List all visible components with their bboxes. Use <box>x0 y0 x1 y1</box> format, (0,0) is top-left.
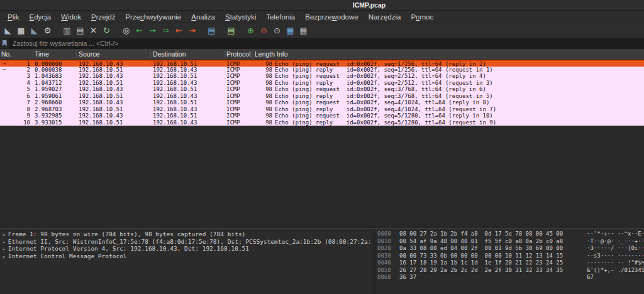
hex-ascii: ··'*·+·· ··^x··E· <box>587 231 644 238</box>
cell-no: 3 <box>9 73 30 80</box>
packet-row[interactable]: 82.968703192.168.10.51192.168.10.43ICMP9… <box>0 106 644 113</box>
cell-source: 192.168.10.51 <box>79 106 148 113</box>
menu-item-bezprzewodowe[interactable]: Bezprzewodowe <box>300 12 363 22</box>
packet-row[interactable]: 31.043683192.168.10.43192.168.10.51ICMP9… <box>0 73 644 80</box>
cell-info: Echo (ping) reply id=0x002f, seq=5/1280,… <box>275 119 644 126</box>
packet-detail-row[interactable]: ▸Internet Control Message Protocol <box>2 253 372 260</box>
hex-offset: 0030 <box>377 253 391 260</box>
column-header-info[interactable]: Info <box>277 50 288 59</box>
cell-protocol: ICMP <box>226 80 255 87</box>
restart-capture-icon: ◣ <box>31 26 38 35</box>
close-file-button[interactable]: ✕ <box>87 24 100 37</box>
cell-no: 7 <box>9 99 30 106</box>
menu-item-narzedzia[interactable]: Narzędzia <box>364 12 406 22</box>
packet-detail-row[interactable]: ▸Internet Protocol Version 4, Src: 192.1… <box>2 245 372 253</box>
cell-time: 1.959027 <box>35 86 74 93</box>
hex-bytes: 08 00 27 2a 1b 2b f4 a8 0d 17 5e 78 08 0… <box>399 231 567 238</box>
packet-row[interactable]: 61.959061192.168.10.51192.168.10.43ICMP9… <box>0 93 644 100</box>
hex-row[interactable]: 006036 3767 <box>377 274 644 281</box>
go-forward-button[interactable]: → <box>146 24 159 37</box>
find-packet-icon: ◎ <box>123 26 130 35</box>
auto-scroll-button[interactable]: ▤ <box>205 24 218 37</box>
menu-item-analiza[interactable]: Analiza <box>186 12 220 22</box>
find-packet-button[interactable]: ◎ <box>119 24 133 37</box>
hex-bytes: 00 54 af 9a 40 00 40 01 f5 5f c0 a8 0a 2… <box>399 238 567 246</box>
go-to-packet-button[interactable]: ⇒ <box>159 24 172 37</box>
column-header-destination[interactable]: Destination <box>153 50 186 59</box>
column-resize-handle[interactable] <box>33 50 33 58</box>
packet-row[interactable]: 93.932985192.168.10.43192.168.10.51ICMP9… <box>0 112 644 119</box>
save-file-button[interactable]: ▤ <box>74 24 87 37</box>
cell-length: 98 <box>255 112 272 119</box>
column-resize-handle[interactable] <box>150 50 151 58</box>
expand-arrow-icon[interactable]: ▸ <box>2 232 8 237</box>
display-columns-button[interactable]: ▦ <box>297 24 310 37</box>
first-packet-button[interactable]: ⇤ <box>172 24 186 37</box>
menu-item-plik[interactable]: Plik <box>3 12 25 22</box>
expand-arrow-icon[interactable]: ▸ <box>2 254 8 259</box>
column-resize-handle[interactable] <box>252 50 253 58</box>
hex-ascii: 67 <box>587 274 594 281</box>
open-file-button[interactable]: ▥ <box>60 24 74 37</box>
menu-item-pomoc[interactable]: Pomoc <box>406 12 438 22</box>
packet-row[interactable]: —20.000038192.168.10.51192.168.10.43ICMP… <box>0 67 644 74</box>
reload-file-button[interactable]: ↻ <box>100 24 113 37</box>
hex-row[interactable]: 001000 54 af 9a 40 00 40 01 f5 5f c0 a8 … <box>377 238 644 246</box>
colorize-button[interactable]: ▤ <box>225 24 238 37</box>
cell-destination: 192.168.10.51 <box>153 73 223 80</box>
packet-row[interactable]: 51.959027192.168.10.43192.168.10.51ICMP9… <box>0 86 644 93</box>
column-header-time[interactable]: Time <box>35 50 49 59</box>
zoom-out-button[interactable]: ⊖ <box>257 24 270 37</box>
menu-item-edycja[interactable]: Edycja <box>25 12 57 22</box>
cell-info: Echo (ping) reply id=0x002f, seq=1/256, … <box>275 67 644 74</box>
first-packet-icon: ⇤ <box>175 26 182 35</box>
start-capture-icon: ◣ <box>5 26 11 35</box>
packet-detail-row[interactable]: ▸Ethernet II, Src: WistronInfoC_17:5e:78… <box>2 238 372 246</box>
menu-item-statystyki[interactable]: Statystyki <box>220 12 261 22</box>
column-header-protocol[interactable]: Protocol <box>226 50 251 59</box>
column-resize-handle[interactable] <box>273 50 274 58</box>
last-packet-button[interactable]: ⇥ <box>186 24 199 37</box>
hex-row[interactable]: 004016 17 18 19 1a 1b 1c 1d 1e 1f 20 21 … <box>377 259 644 267</box>
hex-bytes: 36 37 <box>399 274 567 281</box>
open-file-icon: ▥ <box>63 26 70 35</box>
menu-item-widok[interactable]: Widok <box>56 12 86 22</box>
packet-row[interactable]: 103.933015192.168.10.51192.168.10.43ICMP… <box>0 119 644 126</box>
expand-arrow-icon[interactable]: ▸ <box>2 239 8 245</box>
stop-capture-button[interactable]: ■ <box>14 24 28 37</box>
packet-row[interactable]: 41.043712192.168.10.51192.168.10.43ICMP9… <box>0 80 644 87</box>
column-resize-handle[interactable] <box>224 50 225 58</box>
filter-bookmark-button[interactable] <box>0 38 9 48</box>
menu-item-telefonia[interactable]: Telefonia <box>261 12 300 22</box>
packet-row[interactable]: 72.968660192.168.10.43192.168.10.51ICMP9… <box>0 99 644 106</box>
related-packet-marker <box>0 93 9 100</box>
packet-detail-row[interactable]: ▸Frame 1: 98 bytes on wire (784 bits), 9… <box>2 231 372 238</box>
cell-destination: 192.168.10.51 <box>153 99 223 106</box>
cell-time: 3.933015 <box>35 119 74 126</box>
cell-info: Echo (ping) reply id=0x002f, seq=2/512, … <box>275 80 644 87</box>
cell-no: 9 <box>9 112 30 119</box>
go-back-button[interactable]: ← <box>133 24 146 37</box>
menu-item-przejdz[interactable]: Przejdź <box>86 12 120 22</box>
hex-row[interactable]: 00200a 33 08 00 ed 04 00 2f 00 01 9d 5b … <box>377 245 644 253</box>
column-header-source[interactable]: Source <box>79 50 99 59</box>
hex-row[interactable]: 003000 00 73 33 0b 00 00 00 00 00 10 11 … <box>377 253 644 260</box>
zoom-in-button[interactable]: ⊕ <box>244 24 257 37</box>
start-capture-button[interactable]: ◣ <box>1 24 14 37</box>
display-filter-input[interactable] <box>9 38 644 48</box>
zoom-original-button[interactable]: ⊙ <box>270 24 284 37</box>
resize-columns-button[interactable]: ▦ <box>284 24 297 37</box>
menu-item-przechwytywanie[interactable]: Przechwytywanie <box>120 12 186 22</box>
expand-arrow-icon[interactable]: ▸ <box>2 246 8 252</box>
column-header-length[interactable]: Length <box>255 50 275 59</box>
capture-options-button[interactable]: ⚙ <box>41 24 54 37</box>
hex-row[interactable]: 000008 00 27 2a 1b 2b f4 a8 0d 17 5e 78 … <box>377 231 644 238</box>
packet-row[interactable]: →10.000000192.168.10.43192.168.10.51ICMP… <box>0 60 644 67</box>
bottom-panes: ▸Frame 1: 98 bytes on wire (784 bits), 9… <box>0 228 644 294</box>
hex-row[interactable]: 005026 27 28 29 2a 2b 2c 2d 2e 2f 30 31 … <box>377 267 644 275</box>
pane-splitter[interactable] <box>372 229 376 294</box>
column-header-no[interactable]: No. <box>1 50 11 59</box>
cell-info: Echo (ping) request id=0x002f, seq=2/512… <box>275 73 644 80</box>
column-resize-handle[interactable] <box>76 50 77 58</box>
restart-capture-button[interactable]: ◣ <box>28 24 41 37</box>
